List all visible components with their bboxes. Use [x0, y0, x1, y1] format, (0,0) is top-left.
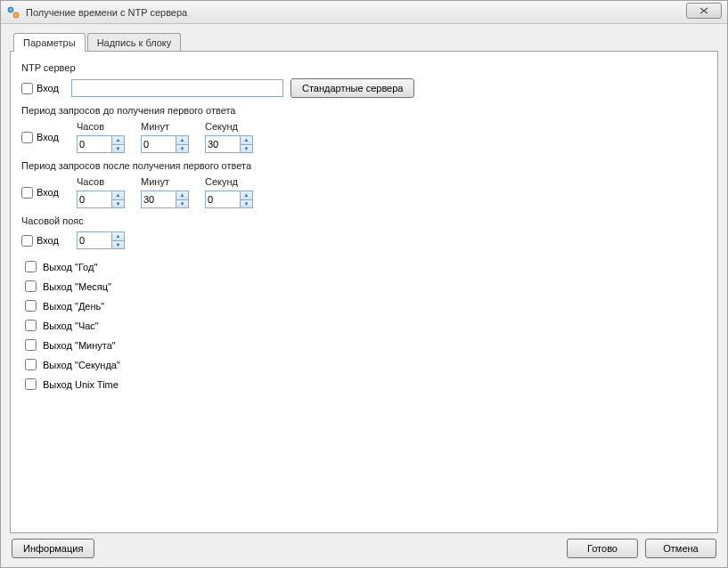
ntp-input-checkbox[interactable] [21, 83, 33, 94]
output-month[interactable]: Выход "Месяц" [21, 278, 707, 295]
pa-seconds-input[interactable] [206, 191, 240, 207]
spin-down-icon[interactable]: ▼ [241, 200, 252, 208]
spin-up-icon[interactable]: ▲ [176, 191, 188, 200]
spin-up-icon[interactable]: ▲ [241, 191, 252, 200]
period-before-checkbox[interactable] [21, 132, 33, 143]
section-period-after: Период запросов после получения первого … [21, 160, 707, 171]
ok-button[interactable]: Готово [567, 539, 638, 558]
tab-parameters[interactable]: Параметры [13, 33, 86, 52]
ntp-server-input[interactable] [71, 79, 283, 97]
pa-minutes-input[interactable] [142, 191, 176, 207]
spin-up-icon[interactable]: ▲ [112, 191, 124, 200]
pa-hours-input[interactable] [78, 191, 111, 207]
ntp-input-check[interactable]: Вход [21, 83, 64, 94]
close-button[interactable] [686, 3, 722, 19]
section-period-before: Период запросов до получения первого отв… [21, 105, 707, 116]
pb-hours-label: Часов [77, 121, 125, 132]
pa-seconds-spinner[interactable]: ▲▼ [205, 191, 253, 208]
spin-down-icon[interactable]: ▼ [112, 145, 124, 153]
section-timezone: Часовой пояс [21, 215, 707, 226]
spin-up-icon[interactable]: ▲ [241, 136, 252, 145]
pb-seconds-label: Секунд [205, 121, 253, 132]
pb-hours-input[interactable] [78, 136, 111, 152]
titlebar: Получение времени с NTP сервера [1, 1, 727, 24]
pa-minutes-spinner[interactable]: ▲▼ [141, 191, 189, 208]
period-before-check[interactable]: Вход [21, 132, 64, 143]
dialog-footer: Информация Готово Отмена [10, 533, 718, 560]
output-year[interactable]: Выход "Год" [21, 258, 707, 275]
pb-minutes-label: Минут [141, 121, 189, 132]
spin-down-icon[interactable]: ▼ [176, 200, 188, 208]
spin-down-icon[interactable]: ▼ [112, 200, 124, 208]
standard-servers-button[interactable]: Стандартные сервера [290, 78, 414, 98]
info-button[interactable]: Информация [12, 539, 94, 558]
window-title: Получение времени с NTP сервера [26, 7, 187, 18]
timezone-input-label: Вход [37, 235, 59, 246]
section-ntp-server: NTP сервер [21, 62, 707, 73]
output-minute[interactable]: Выход "Минута" [21, 337, 707, 353]
pb-seconds-input[interactable] [206, 136, 240, 152]
svg-point-0 [8, 7, 13, 12]
output-second[interactable]: Выход "Секунда" [21, 356, 707, 373]
svg-point-1 [13, 12, 19, 18]
spin-down-icon[interactable]: ▼ [176, 145, 188, 153]
spin-down-icon[interactable]: ▼ [241, 145, 252, 153]
output-unix-time[interactable]: Выход Unix Time [21, 376, 707, 393]
spin-up-icon[interactable]: ▲ [112, 136, 124, 145]
pb-seconds-spinner[interactable]: ▲▼ [205, 135, 253, 153]
period-after-checkbox[interactable] [21, 187, 33, 199]
period-after-input-label: Вход [37, 187, 59, 198]
pb-minutes-input[interactable] [142, 136, 176, 152]
timezone-input[interactable] [78, 232, 111, 248]
pa-minutes-label: Минут [141, 176, 189, 187]
spin-up-icon[interactable]: ▲ [112, 232, 124, 241]
output-hour[interactable]: Выход "Час" [21, 317, 707, 334]
timezone-checkbox[interactable] [21, 235, 33, 247]
period-after-check[interactable]: Вход [21, 187, 64, 199]
pa-hours-spinner[interactable]: ▲▼ [77, 191, 125, 208]
pa-hours-label: Часов [77, 176, 125, 187]
spin-down-icon[interactable]: ▼ [112, 241, 124, 249]
cancel-button[interactable]: Отмена [645, 539, 716, 558]
outputs-list: Выход "Год" Выход "Месяц" Выход "День" В… [21, 258, 707, 393]
tabstrip: Параметры Надпись к блоку [10, 33, 718, 52]
pb-hours-spinner[interactable]: ▲▼ [77, 135, 125, 153]
period-before-input-label: Вход [37, 132, 59, 142]
dialog-window: Получение времени с NTP сервера Параметр… [0, 0, 728, 568]
spin-up-icon[interactable]: ▲ [176, 136, 188, 145]
pb-minutes-spinner[interactable]: ▲▼ [141, 135, 189, 153]
output-day[interactable]: Выход "День" [21, 297, 707, 314]
timezone-check[interactable]: Вход [21, 235, 64, 247]
pa-seconds-label: Секунд [205, 176, 253, 187]
ntp-input-label: Вход [37, 83, 59, 93]
tab-panel-parameters: NTP сервер Вход Стандартные сервера Пери… [10, 51, 718, 533]
client-area: Параметры Надпись к блоку NTP сервер Вхо… [1, 24, 727, 567]
timezone-spinner[interactable]: ▲▼ [77, 231, 125, 249]
app-icon [6, 5, 20, 20]
tab-block-label[interactable]: Надпись к блоку [87, 33, 182, 52]
